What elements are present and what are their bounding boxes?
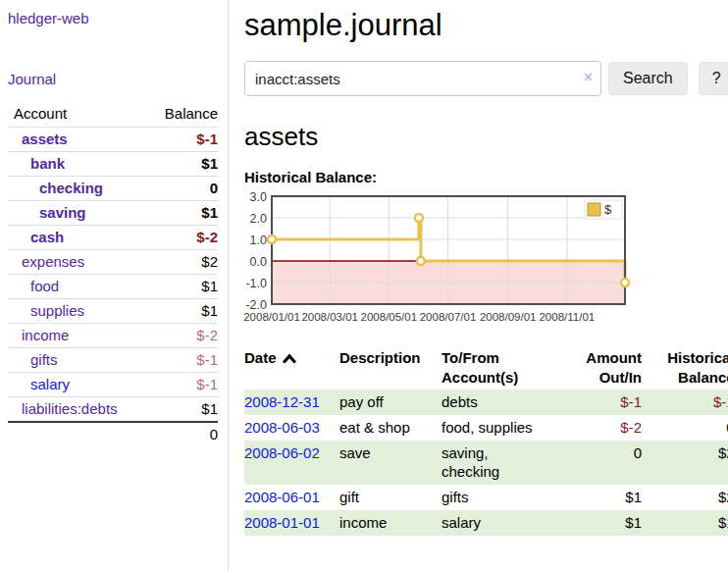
register-col-header: HistoricalBalance [642,346,728,389]
search-button[interactable]: Search [608,62,688,95]
account-link[interactable]: gifts [30,351,58,368]
account-cell: salary [8,373,149,397]
register-date-cell: 2008-12-31 [244,389,339,415]
register-row: 2008-06-03eat & shopfood, supplies$-20 [244,415,728,441]
register-balance-cell: $2 [642,485,728,510]
register-description-cell: pay off [339,389,442,415]
transaction-date-link[interactable]: 2008-06-01 [244,489,320,505]
account-row: checking0 [8,177,218,201]
y-axis-tick-label: 3.0 [250,190,267,204]
account-link[interactable]: cash [30,229,64,245]
help-button[interactable]: ? [699,62,728,95]
register-table: DateDescriptionTo/FromAccount(s)AmountOu… [244,346,728,536]
register-balance-cell: $2 [642,441,728,485]
register-col-header: AmountOut/In [572,346,642,389]
register-date-cell: 2008-06-02 [244,441,339,485]
transaction-date-link[interactable]: 2008-06-02 [244,444,320,461]
search-input[interactable] [244,61,601,96]
accounts-header-balance: Balance [149,103,218,128]
register-col-header-line: Account(s) [442,368,560,388]
sidebar: hledger-web Journal Account Balance asse… [0,0,229,571]
account-balance: 0 [149,177,218,201]
register-col-header: Description [339,346,442,389]
register-row: 2008-12-31pay offdebts$-1$-1 [244,389,728,415]
accounts-table: Account Balance assets$-1bank$1checking0… [8,103,218,446]
register-row: 2008-06-01giftgifts$1$2 [244,485,728,510]
account-cell: checking [8,177,149,201]
register-row: 2008-06-02savesaving, checking0$2 [244,441,728,485]
legend-label: $ [604,202,612,217]
account-balance: $1 [149,275,218,299]
register-description-cell: save [339,441,442,485]
account-link[interactable]: checking [39,180,103,196]
register-col-header-line: Date [244,348,328,368]
account-link[interactable]: income [22,327,69,343]
transaction-date-link[interactable]: 2008-01-01 [244,514,320,531]
account-link[interactable]: salary [30,376,70,392]
register-description-cell: income [339,510,442,536]
x-axis-tick-label: 2008/11/01 [539,311,595,323]
register-col-header[interactable]: Date [244,346,339,389]
register-col-header-line: To/From [442,348,560,368]
account-cell: bank [8,152,149,177]
register-col-header-line: Balance [642,368,728,388]
data-point-marker [417,257,425,265]
account-link[interactable]: expenses [22,253,84,270]
accounts-total-spacer [8,422,149,446]
register-amount-cell: 0 [572,441,642,485]
transaction-date-link[interactable]: 2008-12-31 [244,393,320,410]
register-accounts-cell: debts [442,389,572,415]
y-axis-tick-label: -2.0 [245,298,267,312]
y-axis-tick-label: 2.0 [250,212,267,226]
account-balance: $1 [149,152,218,177]
y-axis-tick-label: 1.0 [250,234,267,247]
y-axis-tick-label: 0.0 [250,255,267,269]
register-col-header-line: Amount [572,348,642,368]
app-brand-link[interactable]: hledger-web [8,10,218,26]
register-accounts-cell: saving, checking [442,441,572,485]
register-col-header-line: Description [339,348,430,368]
sidebar-item-journal[interactable]: Journal [8,71,218,87]
y-axis-tick-label: -1.0 [245,277,267,290]
account-link[interactable]: food [30,278,59,294]
account-row: supplies$1 [8,299,218,324]
account-link[interactable]: supplies [30,302,84,319]
account-cell: supplies [8,299,149,324]
account-cell: income [8,324,149,348]
account-balance: $-1 [149,348,218,373]
register-amount-cell: $1 [572,485,642,510]
account-row: salary$-1 [8,373,218,397]
data-point-marker [415,214,423,222]
account-row: gifts$-1 [8,348,218,373]
account-balance: $-1 [149,128,218,152]
register-col-header: To/FromAccount(s) [442,346,572,389]
account-balance: $1 [149,299,218,324]
data-point-marker [621,279,629,286]
account-row: bank$1 [8,152,218,177]
accounts-header-account: Account [8,103,149,128]
account-cell: food [8,275,149,299]
account-link[interactable]: assets [22,130,68,147]
account-link[interactable]: bank [30,155,65,172]
account-row: saving$1 [8,201,218,226]
register-row: 2008-01-01incomesalary$1$1 [244,510,728,536]
register-balance-cell: $-1 [642,389,728,415]
data-point-marker [268,235,276,243]
account-row: cash$-2 [8,226,218,250]
register-date-cell: 2008-06-03 [244,415,339,441]
account-link[interactable]: saving [39,204,86,221]
search-input-wrap: × [244,61,601,96]
main-content: sample.journal × Search ? assets Histori… [229,0,728,571]
x-axis-tick-label: 2008/09/01 [480,311,537,323]
register-amount-cell: $-1 [572,389,642,415]
register-accounts-cell: food, supplies [442,415,572,441]
account-link[interactable]: liabilities:debts [22,400,118,417]
account-balance: $1 [149,397,218,423]
accounts-header-row: Account Balance [8,103,218,128]
clear-search-icon[interactable]: × [584,69,593,86]
x-axis-tick-label: 2008/05/01 [361,311,418,323]
transaction-date-link[interactable]: 2008-06-03 [244,419,320,436]
account-balance: $-2 [149,226,218,250]
register-description-cell: gift [339,485,442,510]
register-accounts-cell: salary [442,510,572,536]
